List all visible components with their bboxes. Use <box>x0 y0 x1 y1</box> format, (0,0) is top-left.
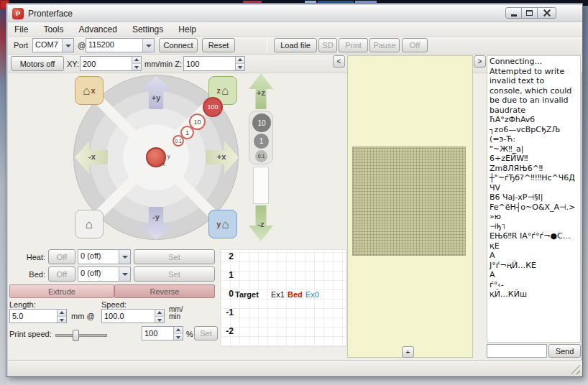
print-speed-field <box>142 326 183 340</box>
sd-button[interactable]: SD <box>318 38 337 52</box>
extrude-speed-spinner <box>155 310 164 323</box>
legend-target: Target <box>235 290 259 299</box>
menu-tools[interactable]: Tools <box>37 22 70 37</box>
jog-minus-z-label: -z <box>249 220 273 228</box>
chevron-down-icon[interactable] <box>119 267 130 281</box>
heat-set-button[interactable]: Set <box>134 249 215 264</box>
print-button[interactable]: Print <box>339 38 368 52</box>
extrude-length-input[interactable] <box>10 310 57 323</box>
maximize-button[interactable] <box>521 7 538 19</box>
bed-off-button[interactable]: Off <box>48 266 75 282</box>
menubar: File Tools Advanced Settings Help <box>8 22 582 37</box>
menu-help[interactable]: Help <box>172 22 203 37</box>
print-speed-input[interactable] <box>142 327 173 340</box>
jog-distance-01[interactable]: 0.1 <box>173 135 184 147</box>
z-step-01[interactable]: 0.1 <box>255 150 267 162</box>
window-controls <box>506 7 556 19</box>
graph-tick: 2 <box>221 251 234 261</box>
menu-file[interactable]: File <box>8 22 35 37</box>
graph-tick: -2 <box>221 326 234 336</box>
center-axis-y-label: y <box>167 154 170 159</box>
z-step-1[interactable]: 1 <box>254 134 269 149</box>
extrude-button[interactable]: Extrude <box>9 284 114 298</box>
home-icon: ⌂ <box>83 85 90 97</box>
z-feedrate-input[interactable] <box>184 57 235 70</box>
close-button[interactable] <box>537 7 556 19</box>
extrude-speed-input[interactable] <box>102 310 155 323</box>
spin-up-button[interactable] <box>155 310 164 317</box>
console-log[interactable]: Connecting... Attempted to write invalid… <box>487 55 581 343</box>
port-label: Port <box>14 41 28 50</box>
print-speed-label: Print speed: <box>9 330 52 338</box>
xy-feedrate-input[interactable] <box>81 57 132 70</box>
reverse-button[interactable]: Reverse <box>114 284 215 298</box>
speed-unit-label-2: min <box>169 312 180 320</box>
jog-plus-z-label: +z <box>249 88 273 97</box>
z-feedrate-spinner <box>235 57 244 70</box>
menu-advanced[interactable]: Advanced <box>72 22 123 37</box>
spin-down-button[interactable] <box>174 334 183 340</box>
z-step-panel: 10 1 0.1 <box>249 111 273 164</box>
graph-tick: 1 <box>221 270 234 280</box>
off-button[interactable]: Off <box>402 38 428 52</box>
print-speed-spinner <box>173 327 183 340</box>
home-x-button[interactable]: ⌂ x <box>75 76 104 105</box>
spin-down-button[interactable] <box>155 317 164 323</box>
chevron-down-icon[interactable] <box>142 39 154 52</box>
spin-up-button[interactable] <box>174 327 183 334</box>
pause-button[interactable]: Pause <box>369 38 400 52</box>
z-feedrate-label: mm/min Z: <box>144 60 182 68</box>
heat-off-button[interactable]: Off <box>48 249 75 264</box>
viewer-add-button[interactable]: + <box>402 346 414 358</box>
motors-off-button[interactable]: Motors off <box>11 56 64 71</box>
chevron-down-icon[interactable] <box>119 250 130 264</box>
bed-temp-select[interactable]: 0 (off) <box>78 266 131 282</box>
bed-temp-value: 0 (off) <box>78 267 119 281</box>
legend-ex0: Ex0 <box>306 290 319 299</box>
bed-set-button[interactable]: Set <box>134 266 215 282</box>
spin-down-button[interactable] <box>132 64 141 70</box>
legend-bed: Bed <box>288 290 303 299</box>
speed-label: Speed: <box>101 300 127 309</box>
z-slider-track[interactable] <box>253 167 269 204</box>
command-input[interactable] <box>487 344 547 358</box>
baudrate-select[interactable]: 115200 <box>86 38 155 52</box>
jog-minus-y-label: -y <box>139 213 173 221</box>
home-all-button[interactable]: ⌂ <box>75 210 104 238</box>
gcode-viewer[interactable] <box>347 55 473 358</box>
xy-feedrate-field <box>80 56 142 71</box>
minimize-button[interactable] <box>505 7 522 19</box>
statusbar <box>8 360 582 376</box>
z-feedrate-field <box>183 56 245 71</box>
pronterface-window: P Pronterface File Tools Advanced Settin… <box>6 3 583 377</box>
print-speed-set-button[interactable]: Set <box>194 326 218 340</box>
heat-temp-value: 0 (off) <box>78 250 119 264</box>
print-speed-slider-handle[interactable] <box>73 330 79 341</box>
length-unit-label: mm @ <box>71 312 95 320</box>
reset-button[interactable]: Reset <box>202 38 235 52</box>
spin-up-button[interactable] <box>58 310 66 317</box>
spin-up-button[interactable] <box>132 57 141 64</box>
resize-grip[interactable] <box>570 364 580 374</box>
chevron-down-icon[interactable] <box>62 39 73 52</box>
menu-settings[interactable]: Settings <box>126 22 170 37</box>
close-icon <box>543 9 551 17</box>
port-select[interactable]: COM7 <box>32 38 74 52</box>
connect-button[interactable]: Connect <box>159 38 198 52</box>
send-button[interactable]: Send <box>548 344 581 358</box>
load-file-button[interactable]: Load file <box>274 38 317 52</box>
spin-up-button[interactable] <box>236 57 244 64</box>
titlebar[interactable]: P Pronterface <box>8 5 582 22</box>
spin-down-button[interactable] <box>58 317 66 323</box>
spin-down-button[interactable] <box>236 64 244 70</box>
window-title: Pronterface <box>28 9 73 19</box>
collapse-left-panel-button[interactable]: < <box>333 55 345 68</box>
center-axis-x-label: x <box>162 162 165 167</box>
heat-temp-select[interactable]: 0 (off) <box>78 249 131 264</box>
z-step-10[interactable]: 10 <box>252 113 271 132</box>
jog-distance-100[interactable]: 100 <box>203 97 223 117</box>
app-icon: P <box>12 8 24 19</box>
print-speed-slider-track[interactable] <box>55 334 107 337</box>
collapse-right-panel-button[interactable]: > <box>474 55 486 68</box>
home-y-button[interactable]: y ⌂ <box>208 210 237 238</box>
